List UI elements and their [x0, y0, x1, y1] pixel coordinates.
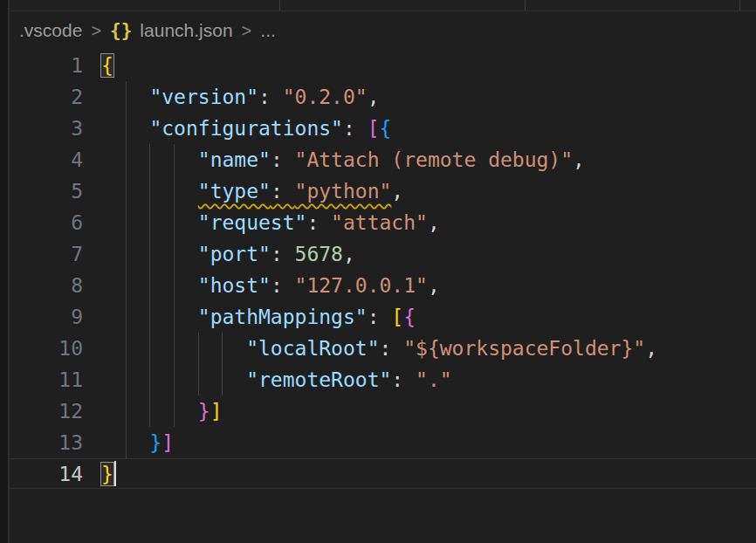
line-number[interactable]: 12 [10, 395, 83, 427]
code-text: "type": "python", [101, 175, 403, 207]
code-text: "remoteRoot": "." [101, 364, 452, 395]
editor-pane[interactable]: 1{2 "version": "0.2.0",3 "configurations… [10, 50, 756, 543]
code-text: "version": "0.2.0", [101, 81, 380, 113]
line-number[interactable]: 2 [10, 81, 83, 113]
code-line-2[interactable]: 2 "version": "0.2.0", [10, 81, 756, 113]
line-number[interactable]: 4 [10, 144, 83, 175]
breadcrumb-file[interactable]: launch.json [140, 20, 232, 41]
code-line-5[interactable]: 5 "type": "python", [10, 175, 756, 207]
code-line-4[interactable]: 4 "name": "Attach (remote debug)", [10, 144, 756, 175]
tab-divider [279, 0, 280, 10]
code-text: }] [101, 427, 174, 458]
tab-divider [739, 0, 740, 10]
line-number[interactable]: 13 [10, 427, 83, 458]
code-line-11[interactable]: 11 "remoteRoot": "." [10, 364, 756, 395]
line-number[interactable]: 6 [10, 207, 83, 238]
code-lines: 1{2 "version": "0.2.0",3 "configurations… [10, 50, 756, 490]
line-number[interactable]: 3 [10, 113, 83, 144]
code-line-13[interactable]: 13 }] [10, 427, 756, 458]
tab-divider [525, 0, 526, 10]
line-number[interactable]: 7 [10, 238, 83, 270]
code-text: "request": "attach", [101, 207, 440, 238]
text-cursor [114, 461, 116, 486]
code-text: "host": "127.0.0.1", [101, 270, 440, 301]
line-number[interactable]: 11 [10, 364, 83, 395]
code-text: "port": 5678, [101, 238, 355, 270]
code-line-12[interactable]: 12 }] [10, 395, 756, 427]
code-text: "configurations": [{ [101, 113, 391, 144]
json-file-icon: {} [110, 20, 132, 41]
sidebar-edge [0, 0, 10, 543]
chevron-right-icon: > [91, 21, 101, 41]
breadcrumb-symbol-ellipsis[interactable]: ... [260, 20, 276, 41]
code-line-1[interactable]: 1{ [10, 50, 756, 81]
code-line-9[interactable]: 9 "pathMappings": [{ [10, 301, 756, 333]
chevron-right-icon: > [242, 21, 252, 41]
line-number[interactable]: 14 [10, 458, 83, 490]
line-number[interactable]: 5 [10, 175, 83, 207]
breadcrumb: .vscode > {} launch.json > ... [10, 11, 756, 50]
code-line-6[interactable]: 6 "request": "attach", [10, 207, 756, 238]
code-text: "pathMappings": [{ [101, 301, 416, 333]
code-line-14[interactable]: 14} [10, 458, 756, 490]
code-text: "localRoot": "${workspaceFolder}", [101, 333, 657, 364]
line-number[interactable]: 8 [10, 270, 83, 301]
code-text: { [101, 50, 113, 81]
code-text: "name": "Attach (remote debug)", [101, 144, 585, 175]
line-number[interactable]: 9 [10, 301, 83, 333]
line-number[interactable]: 1 [10, 50, 83, 81]
code-line-3[interactable]: 3 "configurations": [{ [10, 113, 756, 144]
code-text: }] [101, 395, 223, 427]
code-line-10[interactable]: 10 "localRoot": "${workspaceFolder}", [10, 333, 756, 364]
code-line-7[interactable]: 7 "port": 5678, [10, 238, 756, 270]
code-line-8[interactable]: 8 "host": "127.0.0.1", [10, 270, 756, 301]
tab-bar-sliver [10, 0, 756, 11]
vscode-editor-window: .vscode > {} launch.json > ... 1{2 "vers… [0, 0, 756, 543]
breadcrumb-folder[interactable]: .vscode [19, 20, 82, 41]
line-number[interactable]: 10 [10, 333, 83, 364]
code-text: } [101, 458, 116, 490]
